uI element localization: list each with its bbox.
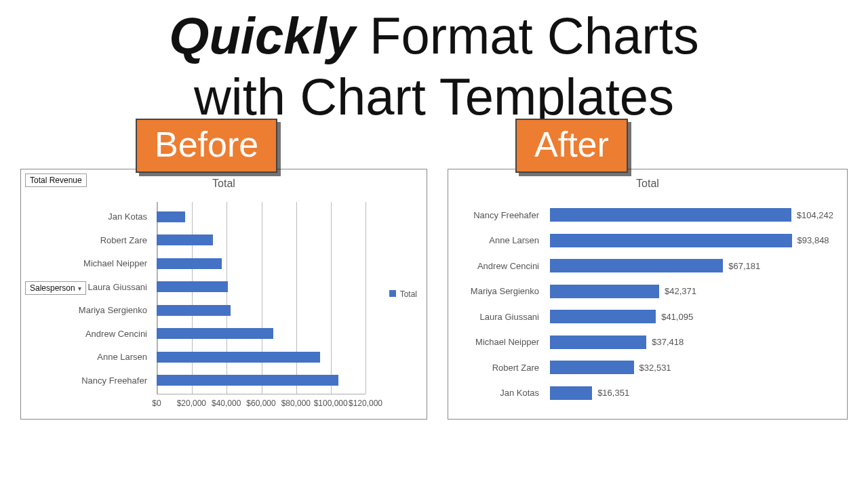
category-label: Mariya Sergienko bbox=[450, 286, 545, 296]
data-label: $67,181 bbox=[728, 261, 760, 271]
chart-row: Michael Neipper$37,418 bbox=[550, 333, 833, 352]
x-tick-label: $20,000 bbox=[177, 399, 206, 408]
bar bbox=[157, 375, 338, 386]
after-chart: Total Nancy Freehafer$104,242Anne Larsen… bbox=[448, 169, 848, 420]
gridline bbox=[366, 202, 366, 394]
bar bbox=[157, 211, 185, 222]
after-plot-area: Nancy Freehafer$104,242Anne Larsen$93,84… bbox=[550, 202, 833, 405]
category-label: Jan Kotas bbox=[450, 388, 545, 398]
chart-row: Robert Zare bbox=[157, 232, 366, 247]
before-x-ticks: $0$20,000$40,000$60,000$80,000$100,000$1… bbox=[157, 399, 366, 415]
page-title: Quickly Format Charts with Chart Templat… bbox=[0, 0, 868, 127]
before-column: Before Total Revenue Salesperson Total T… bbox=[20, 119, 427, 420]
chart-row: Robert Zare$32,531 bbox=[550, 358, 833, 377]
category-label: Andrew Cencini bbox=[450, 261, 545, 271]
category-label: Robert Zare bbox=[24, 235, 153, 245]
field-total-revenue[interactable]: Total Revenue bbox=[25, 174, 87, 187]
data-label: $32,531 bbox=[639, 363, 671, 373]
category-label: Nancy Freehafer bbox=[450, 210, 545, 220]
panels: Before Total Revenue Salesperson Total T… bbox=[0, 119, 868, 420]
bar bbox=[550, 310, 656, 323]
chart-row: Mariya Sergienko$42,371 bbox=[550, 282, 833, 301]
after-chart-title: Total bbox=[448, 169, 847, 190]
chart-row: Anne Larsen$93,848 bbox=[550, 231, 833, 250]
category-label: Robert Zare bbox=[450, 363, 545, 373]
legend-swatch bbox=[389, 290, 396, 297]
x-tick-label: $100,000 bbox=[314, 399, 348, 408]
chart-row: Nancy Freehafer$104,242 bbox=[550, 205, 833, 224]
chart-row: Michael Neipper bbox=[157, 256, 366, 271]
category-label: Laura Giussani bbox=[24, 282, 153, 292]
before-chart: Total Revenue Salesperson Total Total Ja… bbox=[20, 169, 427, 420]
category-label: Anne Larsen bbox=[24, 352, 153, 362]
x-tick-label: $40,000 bbox=[212, 399, 241, 408]
bar bbox=[550, 285, 659, 298]
title-emphasis: Quickly bbox=[169, 7, 355, 64]
chart-row: Anne Larsen bbox=[157, 350, 366, 365]
field-total-revenue-label: Total Revenue bbox=[30, 176, 82, 185]
chart-row: Andrew Cencini bbox=[157, 326, 366, 341]
bar bbox=[157, 281, 228, 292]
chart-row: Laura Giussani bbox=[157, 279, 366, 294]
x-tick-label: $120,000 bbox=[349, 399, 382, 408]
bar bbox=[157, 235, 213, 245]
bar bbox=[550, 259, 723, 272]
chart-row: Jan Kotas bbox=[157, 209, 366, 224]
chart-row: Laura Giussani$41,095 bbox=[550, 307, 833, 326]
bar bbox=[157, 258, 222, 269]
chart-row: Mariya Sergienko bbox=[157, 303, 366, 318]
title-line1-rest: Format Charts bbox=[355, 7, 699, 64]
category-label: Michael Neipper bbox=[450, 337, 545, 347]
title-line2: with Chart Templates bbox=[194, 68, 674, 125]
legend-label: Total bbox=[400, 289, 417, 299]
bar bbox=[550, 386, 592, 400]
category-label: Jan Kotas bbox=[24, 211, 153, 222]
before-bars: Jan KotasRobert ZareMichael NeipperLaura… bbox=[157, 205, 366, 392]
category-label: Nancy Freehafer bbox=[24, 375, 153, 386]
after-column: After Total Nancy Freehafer$104,242Anne … bbox=[448, 119, 848, 420]
after-badge: After bbox=[515, 119, 628, 173]
bar bbox=[157, 328, 273, 339]
bar bbox=[157, 305, 231, 316]
x-tick-label: $80,000 bbox=[281, 399, 311, 408]
category-label: Michael Neipper bbox=[24, 258, 153, 268]
data-label: $93,848 bbox=[797, 235, 829, 245]
before-badge: Before bbox=[136, 119, 277, 173]
data-label: $37,418 bbox=[652, 337, 684, 347]
bar bbox=[550, 361, 634, 374]
bar bbox=[550, 234, 792, 247]
category-label: Laura Giussani bbox=[450, 312, 545, 322]
x-tick-label: $0 bbox=[152, 399, 161, 408]
before-legend: Total bbox=[389, 289, 417, 299]
bar bbox=[157, 352, 320, 363]
bar bbox=[550, 208, 791, 222]
bar bbox=[550, 336, 646, 349]
category-label: Mariya Sergienko bbox=[24, 305, 153, 315]
data-label: $16,351 bbox=[597, 388, 629, 398]
category-label: Anne Larsen bbox=[450, 235, 545, 245]
category-label: Andrew Cencini bbox=[24, 329, 153, 339]
chart-row: Nancy Freehafer bbox=[157, 373, 366, 388]
chart-row: Andrew Cencini$67,181 bbox=[550, 256, 833, 275]
data-label: $104,242 bbox=[797, 210, 833, 220]
data-label: $41,095 bbox=[661, 312, 693, 322]
chart-row: Jan Kotas$16,351 bbox=[550, 384, 833, 403]
x-tick-label: $60,000 bbox=[246, 399, 275, 408]
data-label: $42,371 bbox=[665, 286, 696, 296]
